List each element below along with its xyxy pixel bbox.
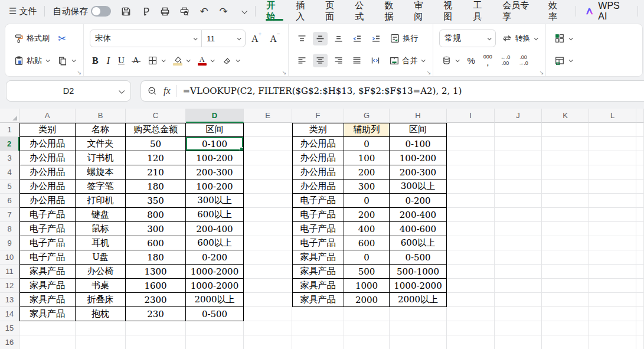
cell-H7[interactable]: 200-400 xyxy=(390,208,447,222)
cell-B1[interactable]: 名称 xyxy=(76,123,126,137)
merge-cells-button[interactable]: 合并 xyxy=(387,54,427,68)
cell-F3[interactable]: 办公用品 xyxy=(292,151,344,165)
cell-L1[interactable] xyxy=(589,123,636,137)
export-button[interactable] xyxy=(138,4,153,19)
cell-F1[interactable]: 类别 xyxy=(292,123,344,137)
decrease-decimal-button[interactable]: ←.0 .00 xyxy=(498,53,513,68)
cell-L9[interactable] xyxy=(589,236,636,250)
number-dialog-launcher[interactable]: ↘ xyxy=(540,70,544,76)
name-box[interactable]: D2 xyxy=(6,80,131,102)
cell-J12[interactable] xyxy=(495,279,542,293)
print-button[interactable] xyxy=(158,4,172,19)
cell-J9[interactable] xyxy=(495,236,542,250)
cell-B7[interactable]: 键盘 xyxy=(76,208,126,222)
cell-D16[interactable] xyxy=(186,335,244,349)
cell-K6[interactable] xyxy=(542,194,589,208)
cell-K12[interactable] xyxy=(542,279,589,293)
column-header-K[interactable]: K xyxy=(542,109,589,123)
cell-K1[interactable] xyxy=(542,123,589,137)
cell-H10[interactable]: 0-500 xyxy=(390,250,447,265)
cell-D7[interactable]: 600以上 xyxy=(186,208,244,222)
cell-L4[interactable] xyxy=(589,165,636,180)
cell-F16[interactable] xyxy=(292,335,344,349)
cell-G15[interactable] xyxy=(344,321,390,335)
tab-7[interactable]: 工具 xyxy=(467,0,495,22)
copy-button[interactable] xyxy=(55,54,77,68)
cell-F10[interactable]: 家具产品 xyxy=(292,250,344,265)
cell-E2[interactable] xyxy=(244,137,292,151)
cell-J13[interactable] xyxy=(495,293,542,307)
column-header-E[interactable]: E xyxy=(244,109,292,123)
row-header-13[interactable]: 13 xyxy=(0,293,19,307)
cell-D8[interactable]: 200-400 xyxy=(186,222,244,236)
cell-C11[interactable]: 1300 xyxy=(126,265,186,279)
cell-C15[interactable] xyxy=(126,321,186,335)
rows-columns-button[interactable] xyxy=(552,31,574,45)
cell-G1[interactable]: 辅助列 xyxy=(344,123,390,137)
cell-A9[interactable]: 电子产品 xyxy=(19,236,76,250)
cell-J5[interactable] xyxy=(495,180,542,194)
strikethrough-button[interactable]: A xyxy=(130,54,142,67)
align-center-button[interactable] xyxy=(313,54,328,67)
cell-C10[interactable]: 180 xyxy=(126,250,186,265)
cell-I2[interactable] xyxy=(447,137,495,151)
cell-F12[interactable]: 家具产品 xyxy=(292,279,344,293)
cell-H14[interactable] xyxy=(390,307,447,321)
column-header-B[interactable]: B xyxy=(76,109,126,123)
alignment-dialog-launcher[interactable]: ↘ xyxy=(427,70,431,76)
cell-I15[interactable] xyxy=(447,321,495,335)
cell-C5[interactable]: 180 xyxy=(126,180,186,194)
cell-H13[interactable]: 2000以上 xyxy=(390,293,447,307)
cell-I4[interactable] xyxy=(447,165,495,180)
borders-button[interactable] xyxy=(145,54,167,67)
cell-C4[interactable]: 210 xyxy=(126,165,186,180)
cell-L2[interactable] xyxy=(589,137,636,151)
cell-K10[interactable] xyxy=(542,250,589,265)
row-header-6[interactable]: 6 xyxy=(0,194,19,208)
zoom-out-icon[interactable] xyxy=(147,86,158,96)
cell-D12[interactable]: 1000-2000 xyxy=(186,279,244,293)
column-header-G[interactable]: G xyxy=(344,109,390,123)
cell-H16[interactable] xyxy=(390,335,447,349)
row-header-8[interactable]: 8 xyxy=(0,222,19,236)
row-header-2[interactable]: 2 xyxy=(0,137,19,151)
tab-6[interactable]: 视图 xyxy=(437,0,466,22)
cell-G8[interactable]: 400 xyxy=(344,222,390,236)
align-top-button[interactable] xyxy=(295,32,309,45)
cell-G16[interactable] xyxy=(344,335,390,349)
percent-button[interactable]: % xyxy=(465,54,477,67)
decrease-font-button[interactable]: A− xyxy=(267,31,282,46)
cell-I13[interactable] xyxy=(447,293,495,307)
cell-K14[interactable] xyxy=(542,307,589,321)
format-painter-button[interactable]: 格式刷 xyxy=(11,31,52,45)
cell-B14[interactable]: 抱枕 xyxy=(76,307,126,321)
cell-B9[interactable]: 耳机 xyxy=(76,236,126,250)
cell-E11[interactable] xyxy=(244,265,292,279)
cell-E5[interactable] xyxy=(244,180,292,194)
cell-I9[interactable] xyxy=(447,236,495,250)
tab-2[interactable]: 页面 xyxy=(319,0,348,22)
cell-B15[interactable] xyxy=(76,321,126,335)
cell-I12[interactable] xyxy=(447,279,495,293)
cell-H3[interactable]: 100-200 xyxy=(390,151,447,165)
cell-A16[interactable] xyxy=(19,335,76,349)
cell-K11[interactable] xyxy=(542,265,589,279)
cell-E3[interactable] xyxy=(244,151,292,165)
cell-G2[interactable]: 0 xyxy=(344,137,390,151)
cell-J16[interactable] xyxy=(495,335,542,349)
shrink-to-fit-button[interactable] xyxy=(368,54,383,67)
tab-0[interactable]: 开始 xyxy=(260,0,289,22)
cell-D10[interactable]: 0-200 xyxy=(186,250,244,265)
row-header-10[interactable]: 10 xyxy=(0,250,19,265)
decrease-indent-button[interactable] xyxy=(349,32,365,45)
cell-D4[interactable]: 200-300 xyxy=(186,165,244,180)
cell-B13[interactable]: 折叠床 xyxy=(76,293,126,307)
font-size-select[interactable]: 11 xyxy=(201,30,245,47)
cell-J6[interactable] xyxy=(495,194,542,208)
cell-J8[interactable] xyxy=(495,222,542,236)
row-header-5[interactable]: 5 xyxy=(0,180,19,194)
cell-D9[interactable]: 600以上 xyxy=(186,236,244,250)
cell-A15[interactable] xyxy=(19,321,76,335)
main-menu-button[interactable]: ☰ 文件 xyxy=(6,4,40,19)
cell-D14[interactable]: 0-500 xyxy=(186,307,244,321)
